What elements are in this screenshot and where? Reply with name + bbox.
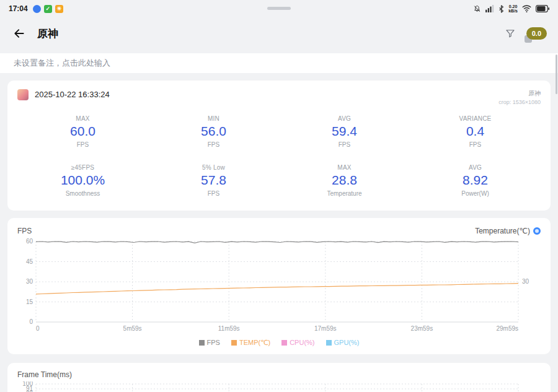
- stat-smoothness: ≥45FPS100.0%Smoothness: [17, 164, 148, 197]
- notification-icon-check: ✓: [44, 5, 52, 13]
- network-speed-unit: kB/s: [508, 9, 518, 13]
- svg-text:11m59s: 11m59s: [218, 325, 240, 332]
- temperature-axis-icon[interactable]: [533, 227, 541, 235]
- filter-button[interactable]: [505, 28, 516, 39]
- avatar: [17, 89, 29, 100]
- stat-max-temperature: MAX28.8Temperature: [279, 164, 410, 197]
- legend-swatch-fps: [199, 340, 205, 346]
- page-title: 原神: [37, 27, 58, 41]
- fps-chart-card: FPS Temperature(℃) 05m59s11m59s17m59s23m…: [7, 218, 551, 354]
- status-bar: 17:04 ✓ ☀ 0.20 kB/s: [0, 0, 558, 17]
- bluetooth-icon: [498, 5, 504, 13]
- signal-icon: [485, 5, 494, 12]
- frame-time-chart[interactable]: 05m59s11m59s17m59s23m59s29m59s1009183756…: [17, 381, 541, 392]
- fps-temperature-chart[interactable]: 05m59s11m59s17m59s23m59s29m59s6045301503…: [17, 237, 541, 336]
- svg-text:23m59s: 23m59s: [411, 325, 433, 332]
- notification-icons: ✓ ☀: [33, 5, 63, 13]
- legend-item-cpu[interactable]: CPU(%): [281, 339, 314, 346]
- svg-text:0: 0: [36, 325, 40, 332]
- network-speed: 0.20 kB/s: [508, 4, 518, 13]
- session-stats-card: 2025-10-22 16:33:24 原神 crop: 1536×1080 M…: [7, 81, 551, 211]
- frame-time-label: Frame Time(ms): [17, 370, 72, 379]
- svg-text:45: 45: [26, 258, 33, 265]
- notification-icon-orange: ☀: [55, 5, 63, 13]
- legend-item-fps[interactable]: FPS: [199, 339, 220, 346]
- app-header: 原神 0.0: [0, 17, 558, 50]
- back-arrow-icon: [13, 27, 25, 40]
- back-button[interactable]: [11, 25, 27, 41]
- scrollbar[interactable]: [556, 54, 557, 94]
- camera-notch: [267, 7, 291, 10]
- legend-swatch-temp: [231, 340, 237, 346]
- remark-input[interactable]: 未设置备注，点击此处输入: [0, 53, 558, 73]
- status-icons: 0.20 kB/s: [473, 4, 549, 13]
- frame-time-card: Frame Time(ms) 05m59s11m59s17m59s23m59s2…: [7, 363, 551, 392]
- legend-swatch-gpu: [326, 340, 332, 346]
- clock: 17:04: [9, 4, 28, 13]
- wifi-icon: [522, 5, 531, 12]
- battery-icon: [536, 5, 549, 12]
- fps-axis-label: FPS: [17, 227, 32, 235]
- mute-bell-icon: [473, 5, 481, 13]
- svg-text:15: 15: [26, 298, 33, 305]
- svg-text:5m59s: 5m59s: [123, 325, 142, 332]
- fps-overlay-badge: 0.0: [526, 27, 547, 40]
- filter-funnel-icon: [505, 28, 516, 39]
- temperature-axis-label: Temperature(℃): [475, 227, 530, 235]
- legend-swatch-cpu: [281, 340, 287, 346]
- svg-text:29m59s: 29m59s: [496, 325, 518, 332]
- stat-avg-fps: AVG59.4FPS: [279, 115, 410, 148]
- stats-grid: MAX60.0FPS MIN56.0FPS AVG59.4FPS VARIANC…: [17, 115, 541, 197]
- svg-text:0: 0: [29, 318, 33, 325]
- stat-avg-power: AVG8.92Power(W): [410, 164, 541, 197]
- chart-legend: FPS TEMP(℃) CPU(%) GPU(%): [17, 336, 541, 349]
- legend-item-gpu[interactable]: GPU(%): [326, 339, 360, 346]
- svg-text:30: 30: [522, 278, 529, 285]
- session-timestamp: 2025-10-22 16:33:24: [35, 89, 110, 100]
- session-crop: crop: 1536×1080: [498, 99, 541, 105]
- stat-min-fps: MIN56.0FPS: [148, 115, 279, 148]
- stat-5pct-low: 5% Low57.8FPS: [148, 164, 279, 197]
- legend-item-temp[interactable]: TEMP(℃): [231, 339, 270, 347]
- notification-icon-blue: [33, 5, 41, 13]
- session-app-name: 原神: [498, 89, 541, 98]
- stat-variance: VARIANCE0.4FPS: [410, 115, 541, 148]
- floating-fps-widget[interactable]: 0.0: [525, 27, 547, 40]
- svg-text:17m59s: 17m59s: [314, 325, 337, 332]
- stat-max-fps: MAX60.0FPS: [17, 115, 148, 148]
- network-speed-value: 0.20: [509, 4, 518, 9]
- svg-text:30: 30: [26, 278, 33, 285]
- svg-text:60: 60: [26, 238, 33, 245]
